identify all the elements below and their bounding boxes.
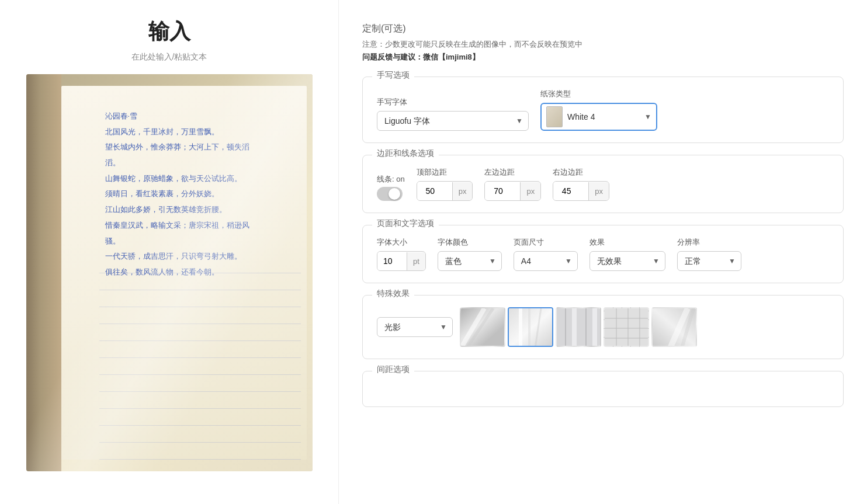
font-size-input[interactable] [377, 252, 407, 270]
effect-thumb-1[interactable] [460, 307, 505, 347]
font-color-label: 字体颜色 [438, 237, 502, 248]
handwriting-content: 沁园春·雪 北国风光，千里冰封，万里雪飘。 望长城内外，惟余莽莽；大河上下，顿失… [105, 109, 298, 281]
customize-title-sub: (可选) [381, 23, 406, 33]
page-size-field: 页面尺寸 A4 A3 Letter ▼ [514, 237, 578, 271]
notebook-lines [99, 273, 301, 442]
customize-title-main: 定制 [362, 23, 381, 33]
top-margin-input[interactable] [417, 182, 452, 200]
special-effects-label: 特殊效果 [372, 289, 414, 299]
font-size-unit: pt [407, 252, 425, 270]
left-margin-field: 左边边距 px [484, 167, 541, 201]
font-size-field: 字体大小 pt [377, 237, 426, 271]
lines-toggle-wrapper: 线条: on [377, 174, 405, 201]
svg-rect-13 [605, 308, 649, 347]
resolution-field: 分辨率 正常 高 超高 ▼ [677, 237, 741, 271]
font-select[interactable]: Liguofu 字体 [377, 111, 529, 131]
image-preview[interactable]: 沁园春·雪 北国风光，千里冰封，万里雪飘。 望长城内外，惟余莽莽；大河上下，顿失… [26, 74, 313, 471]
effects-row: 光影 无效果 裂痕 ▼ [377, 307, 829, 347]
resolution-label: 分辨率 [677, 237, 741, 248]
effect-thumb-3[interactable] [556, 307, 601, 347]
notebook-spine [26, 74, 61, 471]
page-title: 输入 [148, 18, 190, 46]
lines-toggle[interactable] [377, 187, 403, 201]
notebook-background: 沁园春·雪 北国风光，千里冰封，万里雪飘。 望长城内外，惟余莽莽；大河上下，顿失… [26, 74, 313, 471]
top-margin-unit: px [452, 182, 473, 200]
border-options-group: 边距和线条选项 线条: on 顶部边距 px 左边边距 [362, 155, 844, 213]
handwriting-group-label: 手写选项 [372, 70, 414, 81]
paper-type-label: 纸张类型 [540, 89, 657, 99]
font-color-select[interactable]: 蓝色 黑色 红色 [438, 251, 502, 271]
page-size-select[interactable]: A4 A3 Letter [514, 251, 578, 271]
effects-type-dropdown-wrapper[interactable]: 光影 无效果 裂痕 ▼ [377, 317, 453, 337]
effect-label: 效果 [589, 237, 665, 248]
effects-type-select[interactable]: 光影 无效果 裂痕 [377, 317, 453, 337]
effect-thumb-4[interactable] [604, 307, 649, 347]
notice-text: 注意：少数更改可能只反映在生成的图像中，而不会反映在预览中 [362, 39, 844, 50]
notebook-page: 沁园春·雪 北国风光，千里冰封，万里雪飘。 望长城内外，惟余莽莽；大河上下，顿失… [61, 86, 307, 460]
effect-select[interactable]: 无效果 效果1 效果2 [589, 251, 665, 271]
feedback-text: 问题反馈与建议：微信【imjimi8】 [362, 52, 844, 62]
font-label: 手写字体 [377, 97, 529, 107]
right-margin-input-wrapper: px [553, 181, 609, 201]
svg-rect-12 [557, 308, 601, 347]
font-size-wrapper: pt [377, 251, 426, 271]
right-margin-input[interactable] [553, 182, 588, 200]
left-margin-unit: px [520, 182, 540, 200]
toggle-knob [389, 188, 400, 200]
paper-dropdown-arrow: ▼ [644, 113, 651, 121]
effect-thumb-2[interactable] [508, 307, 553, 347]
paper-type-dropdown[interactable]: White 4 ▼ [540, 103, 657, 131]
border-options-row: 线条: on 顶部边距 px 左边边距 px [377, 167, 829, 201]
font-field: 手写字体 Liguofu 字体 ▼ [377, 97, 529, 131]
right-margin-unit: px [588, 182, 609, 200]
special-effects-group: 特殊效果 光影 无效果 裂痕 ▼ [362, 295, 844, 359]
effect-thumbnails [460, 307, 697, 347]
paper-icon [546, 106, 563, 127]
page-group-label: 页面和文字选项 [372, 218, 439, 229]
effect-dropdown-wrapper[interactable]: 无效果 效果1 效果2 ▼ [589, 251, 665, 271]
resolution-select[interactable]: 正常 高 超高 [677, 251, 741, 271]
font-dropdown-wrapper[interactable]: Liguofu 字体 ▼ [377, 111, 529, 131]
top-margin-field: 顶部边距 px [417, 167, 473, 201]
paper-type-field: 纸张类型 White 4 ▼ [540, 89, 657, 131]
left-margin-input[interactable] [485, 182, 520, 200]
page-options-group: 页面和文字选项 字体大小 pt 字体颜色 蓝色 黑色 红色 [362, 225, 844, 283]
top-margin-input-wrapper: px [417, 181, 473, 201]
right-margin-field: 右边边距 px [553, 167, 609, 201]
top-margin-label: 顶部边距 [417, 167, 473, 178]
svg-rect-3 [509, 308, 553, 347]
border-group-label: 边距和线条选项 [372, 148, 439, 159]
spacing-options-group: 间距选项 [362, 371, 844, 407]
page-options-row: 字体大小 pt 字体颜色 蓝色 黑色 红色 ▼ [377, 237, 829, 271]
right-panel: 定制(可选) 注意：少数更改可能只反映在生成的图像中，而不会反映在预览中 问题反… [339, 0, 867, 504]
font-color-field: 字体颜色 蓝色 黑色 红色 ▼ [438, 237, 502, 271]
left-panel: 输入 在此处输入/粘贴文本 沁园春·雪 北国风光，千里冰封，万里雪飘。 望长城内… [0, 0, 339, 504]
left-margin-label: 左边边距 [484, 167, 541, 178]
input-hint: 在此处输入/粘贴文本 [131, 52, 207, 62]
effect-thumb-5[interactable] [651, 307, 697, 347]
page-size-label: 页面尺寸 [514, 237, 578, 248]
font-color-dropdown-wrapper[interactable]: 蓝色 黑色 红色 ▼ [438, 251, 502, 271]
customize-title: 定制(可选) [362, 18, 844, 36]
page-size-dropdown-wrapper[interactable]: A4 A3 Letter ▼ [514, 251, 578, 271]
spacing-group-label: 间距选项 [372, 364, 414, 375]
font-size-label: 字体大小 [377, 237, 426, 248]
handwriting-options-row: 手写字体 Liguofu 字体 ▼ 纸张类型 White 4 ▼ [377, 89, 829, 131]
effect-field: 效果 无效果 效果1 效果2 ▼ [589, 237, 665, 271]
right-margin-label: 右边边距 [553, 167, 609, 178]
paper-value: White 4 [567, 112, 640, 121]
resolution-dropdown-wrapper[interactable]: 正常 高 超高 ▼ [677, 251, 741, 271]
left-margin-input-wrapper: px [484, 181, 541, 201]
lines-label: 线条: on [377, 174, 405, 185]
handwriting-options-group: 手写选项 手写字体 Liguofu 字体 ▼ 纸张类型 White 4 ▼ [362, 77, 844, 143]
